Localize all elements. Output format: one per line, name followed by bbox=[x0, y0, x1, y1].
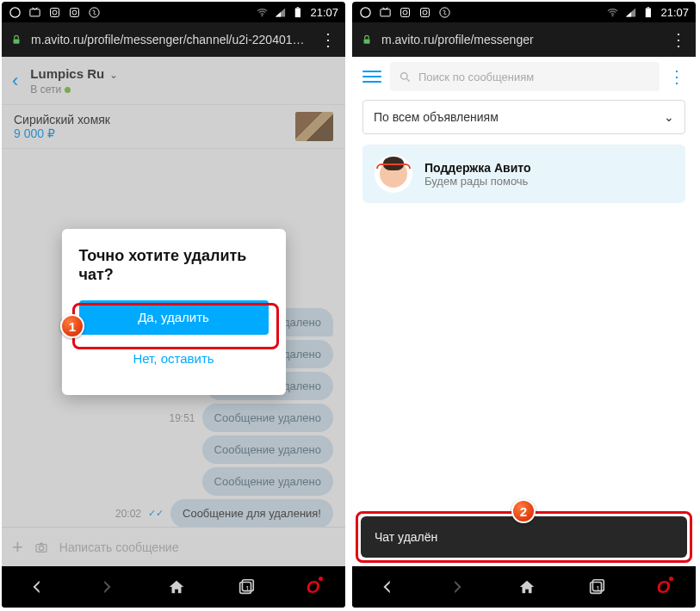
shazam-icon bbox=[438, 6, 451, 19]
lock-icon bbox=[10, 34, 22, 46]
svg-rect-10 bbox=[14, 39, 20, 43]
lock-icon bbox=[361, 34, 373, 46]
cancel-delete-button[interactable]: Нет, оставить bbox=[79, 342, 269, 376]
search-input[interactable]: Поиск по сообщениям bbox=[390, 62, 660, 91]
hamburger-icon[interactable] bbox=[362, 71, 381, 83]
chat-page: ‹ Lumpics Ru⌄ В сети Сирийский хомяк 9 0… bbox=[2, 57, 345, 566]
messenger-list-page: Поиск по сообщениям ⋮ По всем объявления… bbox=[352, 57, 696, 566]
phone-right: 21:07 m.avito.ru/profile/messenger ⋮ Пои… bbox=[352, 2, 696, 608]
svg-point-19 bbox=[403, 10, 407, 15]
chevron-down-icon: ⌄ bbox=[664, 110, 674, 124]
step-badge-2: 2 bbox=[511, 499, 536, 523]
svg-point-5 bbox=[72, 10, 77, 15]
nav-home-icon[interactable] bbox=[517, 577, 536, 596]
toast-text: Чат удалён bbox=[375, 530, 437, 544]
search-placeholder: Поиск по сообщениям bbox=[418, 71, 534, 83]
svg-rect-1 bbox=[30, 9, 40, 15]
support-avatar bbox=[375, 155, 412, 193]
address-bar[interactable]: m.avito.ru/profile/messenger ⋮ bbox=[352, 22, 696, 57]
support-card[interactable]: Поддержка Авито Будем рады помочь bbox=[362, 145, 685, 203]
signal-icon bbox=[274, 6, 287, 19]
camera-icon bbox=[48, 6, 61, 19]
search-row: Поиск по сообщениям ⋮ bbox=[352, 57, 696, 96]
svg-rect-18 bbox=[401, 8, 410, 16]
svg-point-0 bbox=[10, 7, 20, 16]
svg-text:1: 1 bbox=[245, 584, 250, 593]
browser-menu-icon[interactable]: ⋮ bbox=[670, 29, 687, 50]
svg-point-27 bbox=[401, 72, 408, 79]
battery-icon bbox=[642, 6, 655, 19]
svg-rect-17 bbox=[381, 9, 390, 15]
opera-menu-icon[interactable]: O bbox=[307, 577, 320, 597]
nav-home-icon[interactable] bbox=[167, 577, 186, 596]
camera-icon bbox=[399, 6, 412, 19]
support-title: Поддержка Авито bbox=[424, 161, 531, 175]
browser-menu-icon[interactable]: ⋮ bbox=[319, 29, 337, 50]
wifi-icon bbox=[256, 6, 269, 19]
svg-point-16 bbox=[361, 7, 370, 16]
delete-chat-modal: Точно хотите удалить чат? Да, удалить Не… bbox=[62, 229, 286, 395]
svg-rect-4 bbox=[71, 8, 79, 16]
browser-bottom-nav: 1 O bbox=[352, 566, 696, 608]
filter-label: По всем объявлениям bbox=[374, 110, 499, 124]
camera-icon-2 bbox=[68, 6, 81, 19]
svg-rect-20 bbox=[421, 8, 430, 16]
phone-left: 21:07 m.avito.ru/profile/messenger/chann… bbox=[2, 2, 345, 608]
opera-menu-icon[interactable]: O bbox=[657, 577, 671, 597]
nav-back-icon[interactable] bbox=[28, 577, 46, 596]
step-badge-1: 1 bbox=[60, 314, 84, 338]
search-icon bbox=[399, 71, 412, 83]
tv-icon bbox=[28, 6, 41, 19]
svg-rect-2 bbox=[51, 8, 59, 16]
svg-rect-26 bbox=[364, 39, 370, 43]
status-time: 21:07 bbox=[310, 6, 338, 19]
url-text: m.avito.ru/profile/messenger bbox=[381, 33, 534, 46]
svg-text:1: 1 bbox=[596, 584, 600, 593]
svg-point-21 bbox=[423, 10, 427, 15]
tv-icon bbox=[379, 6, 392, 19]
modal-title: Точно хотите удалить чат? bbox=[79, 246, 269, 285]
confirm-delete-button[interactable]: Да, удалить bbox=[79, 300, 269, 335]
nav-tabs-icon[interactable]: 1 bbox=[587, 577, 606, 596]
opera-status-icon bbox=[359, 6, 372, 19]
status-bar: 21:07 bbox=[352, 2, 696, 22]
shazam-icon bbox=[88, 6, 101, 19]
nav-forward-icon[interactable] bbox=[448, 577, 467, 596]
svg-point-3 bbox=[53, 10, 57, 15]
svg-rect-25 bbox=[647, 7, 650, 8]
status-time: 21:07 bbox=[660, 6, 689, 19]
svg-point-7 bbox=[262, 15, 263, 16]
nav-back-icon[interactable] bbox=[378, 577, 397, 596]
support-subtitle: Будем рады помочь bbox=[424, 175, 531, 188]
browser-bottom-nav: 1 O bbox=[2, 566, 345, 608]
page-menu-icon[interactable]: ⋮ bbox=[668, 66, 685, 87]
signal-icon bbox=[624, 6, 637, 19]
wifi-icon bbox=[606, 6, 619, 19]
modal-overlay: Точно хотите удалить чат? Да, удалить Не… bbox=[2, 57, 345, 566]
url-text: m.avito.ru/profile/messenger/channel/u2i… bbox=[31, 33, 305, 46]
nav-tabs-icon[interactable]: 1 bbox=[237, 577, 256, 596]
svg-rect-8 bbox=[295, 8, 300, 17]
svg-rect-9 bbox=[297, 7, 300, 8]
status-bar: 21:07 bbox=[2, 2, 345, 22]
nav-forward-icon[interactable] bbox=[97, 577, 116, 596]
filter-dropdown[interactable]: По всем объявлениям ⌄ bbox=[362, 100, 685, 134]
svg-rect-24 bbox=[646, 8, 651, 17]
address-bar[interactable]: m.avito.ru/profile/messenger/channel/u2i… bbox=[2, 22, 345, 57]
battery-icon bbox=[292, 6, 305, 19]
opera-status-icon bbox=[9, 6, 22, 19]
camera-icon-2 bbox=[418, 6, 431, 19]
svg-point-23 bbox=[612, 15, 614, 16]
